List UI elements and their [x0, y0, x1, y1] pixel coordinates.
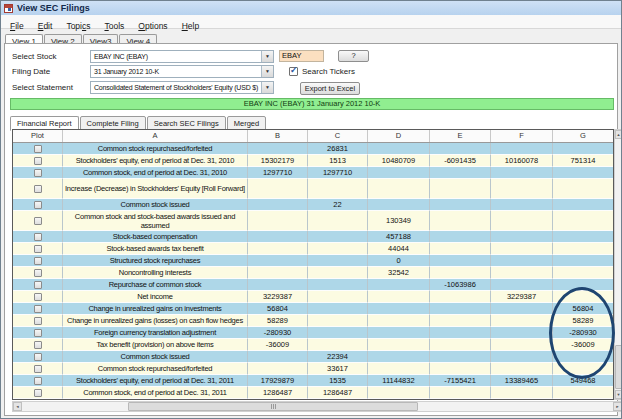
- help-button[interactable]: ?: [338, 50, 369, 62]
- column-header-c[interactable]: C: [308, 130, 368, 142]
- plot-cell: [13, 303, 63, 315]
- cell-c: 22394: [308, 351, 368, 363]
- filing-date-dropdown[interactable]: 31 January 2012 10-K ▼: [90, 65, 274, 78]
- horizontal-scrollbar[interactable]: ◄ ►: [12, 401, 622, 412]
- cell-d: 44044: [368, 243, 430, 255]
- cell-d: [368, 363, 430, 375]
- column-header-a[interactable]: A: [63, 130, 248, 142]
- search-tickers-checkbox[interactable]: ✓: [289, 67, 298, 76]
- column-header-f[interactable]: F: [491, 130, 553, 142]
- column-header-b[interactable]: B: [248, 130, 308, 142]
- plot-cell: [13, 167, 63, 179]
- table-header-row: PlotABCDEFG: [13, 130, 613, 143]
- cell-c: [308, 327, 368, 339]
- plot-cell: [13, 327, 63, 339]
- cell-f: [491, 303, 553, 315]
- plot-checkbox[interactable]: [34, 201, 42, 209]
- plot-checkbox[interactable]: [34, 157, 42, 165]
- scroll-down-icon[interactable]: ▼: [615, 390, 622, 399]
- plot-cell: [13, 199, 63, 211]
- plot-checkbox[interactable]: [34, 353, 42, 361]
- cell-b: [248, 211, 308, 231]
- plot-cell: [13, 279, 63, 291]
- scroll-up-icon[interactable]: ▲: [615, 130, 622, 139]
- table-row: Stock-based compensation457188: [13, 231, 613, 243]
- cell-f: 3229387: [491, 291, 553, 303]
- chevron-down-icon[interactable]: ▼: [261, 66, 273, 77]
- plot-cell: [13, 143, 63, 155]
- cell-g: 56804: [553, 303, 613, 315]
- chevron-down-icon[interactable]: ▼: [261, 51, 273, 62]
- plot-checkbox[interactable]: [34, 293, 42, 301]
- column-header-plot[interactable]: Plot: [13, 130, 63, 142]
- plot-checkbox[interactable]: [34, 217, 42, 225]
- plot-checkbox[interactable]: [34, 329, 42, 337]
- scroll-right-icon[interactable]: ►: [613, 402, 622, 411]
- plot-checkbox[interactable]: [34, 305, 42, 313]
- menu-item-help[interactable]: Help: [175, 20, 206, 33]
- title-bar[interactable]: View SEC Filings: [1, 1, 621, 15]
- row-label: Noncontrolling interests: [63, 267, 248, 279]
- horizontal-scrollbar-thumb[interactable]: [128, 402, 418, 411]
- cell-f: [491, 143, 553, 155]
- row-label: Stockholders' equity, end of period at D…: [63, 375, 248, 387]
- plot-cell: [13, 351, 63, 363]
- cell-d: [368, 179, 430, 199]
- view-tab-strip: View 1View 2View3View 4: [5, 30, 158, 43]
- cell-g: -280930: [553, 327, 613, 339]
- cell-f: [491, 279, 553, 291]
- scroll-left-icon[interactable]: ◄: [13, 402, 22, 411]
- select-stock-dropdown[interactable]: EBAY INC (EBAY) ▼: [90, 50, 274, 63]
- ticker-input[interactable]: EBAY: [279, 50, 324, 62]
- plot-checkbox[interactable]: [34, 169, 42, 177]
- plot-checkbox[interactable]: [34, 377, 42, 385]
- plot-checkbox[interactable]: [34, 341, 42, 349]
- cell-g: [553, 199, 613, 211]
- plot-checkbox[interactable]: [34, 145, 42, 153]
- plot-checkbox[interactable]: [34, 281, 42, 289]
- plot-checkbox[interactable]: [34, 365, 42, 373]
- plot-cell: [13, 375, 63, 387]
- table-row: Common stock, end of period at Dec. 31, …: [13, 167, 613, 179]
- plot-checkbox[interactable]: [34, 389, 42, 397]
- cell-c: [308, 243, 368, 255]
- plot-checkbox[interactable]: [34, 257, 42, 265]
- app-window: View SEC Filings FileEditTopicsToolsOpti…: [0, 0, 622, 419]
- row-label: Change in unrealized gains on investment…: [63, 303, 248, 315]
- cell-d: 0: [368, 255, 430, 267]
- cell-g: 58289: [553, 315, 613, 327]
- filing-banner: EBAY INC (EBAY) 31 January 2012 10-K: [10, 98, 614, 110]
- cell-c: [308, 255, 368, 267]
- vertical-scrollbar-thumb[interactable]: [615, 345, 622, 389]
- plot-checkbox[interactable]: [34, 185, 42, 193]
- cell-e: [430, 231, 491, 243]
- chevron-down-icon[interactable]: ▼: [261, 82, 273, 93]
- cell-b: [248, 363, 308, 375]
- select-stock-label: Select Stock: [12, 50, 56, 63]
- cell-g: -36009: [553, 339, 613, 351]
- column-header-e[interactable]: E: [430, 130, 491, 142]
- cell-e: -7155421: [430, 375, 491, 387]
- export-to-excel-button[interactable]: Export to Excel: [300, 82, 360, 95]
- plot-checkbox[interactable]: [34, 245, 42, 253]
- cell-e: [430, 363, 491, 375]
- cell-g: [553, 167, 613, 179]
- table-row: Repurchase of common stock-1063986: [13, 279, 613, 291]
- cell-c: [308, 303, 368, 315]
- column-header-g[interactable]: G: [553, 130, 613, 142]
- cell-f: [491, 167, 553, 179]
- column-header-d[interactable]: D: [368, 130, 430, 142]
- plot-cell: [13, 255, 63, 267]
- cell-e: -1063986: [430, 279, 491, 291]
- cell-d: [368, 327, 430, 339]
- plot-checkbox[interactable]: [34, 317, 42, 325]
- cell-g: [553, 255, 613, 267]
- table-row: Common stock issued22394: [13, 351, 613, 363]
- cell-g: [553, 267, 613, 279]
- plot-checkbox[interactable]: [34, 233, 42, 241]
- cell-d: [368, 279, 430, 291]
- plot-checkbox[interactable]: [34, 269, 42, 277]
- row-label: Common stock, end of period at Dec. 31, …: [63, 387, 248, 399]
- vertical-scrollbar[interactable]: ▲ ▼: [614, 129, 622, 400]
- select-statement-dropdown[interactable]: Consolidated Statement of Stockholders' …: [90, 81, 274, 94]
